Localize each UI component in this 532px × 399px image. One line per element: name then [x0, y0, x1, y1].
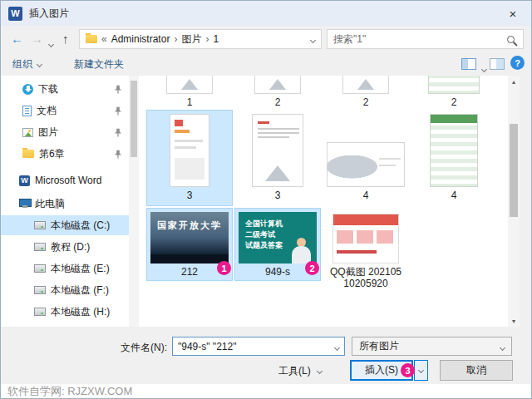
back-button[interactable]: ←: [11, 32, 23, 45]
breadcrumb-pictures[interactable]: 图片: [181, 32, 201, 47]
chevron-down-icon[interactable]: [335, 341, 339, 352]
insert-dropdown-button[interactable]: [414, 360, 428, 381]
organize-label: 组织: [12, 57, 32, 71]
file-item[interactable]: 2: [323, 76, 408, 109]
annotation-badge-3: 3: [401, 363, 415, 377]
file-thumbnail: [342, 76, 389, 94]
new-folder-button[interactable]: 新建文件夹: [74, 57, 124, 71]
file-thumbnail: 国家开放大学: [150, 212, 229, 264]
chevron-down-icon: [317, 368, 323, 374]
sidebar-item-label: 图片: [38, 126, 58, 140]
search-icon: [507, 36, 515, 43]
file-item[interactable]: 1: [147, 76, 232, 109]
file-name-label: 3: [147, 190, 232, 201]
sidebar-item-label: 本地磁盘 (H:): [51, 305, 110, 319]
sidebar-item-downloads[interactable]: 下载: [1, 79, 129, 99]
file-name-label: 1: [147, 96, 232, 108]
files-scrollbar[interactable]: ▴ ▾: [508, 76, 520, 327]
disk-icon: [34, 243, 46, 251]
disk-icon: [34, 221, 46, 229]
file-thumbnail: [430, 114, 478, 187]
file-thumbnail: [252, 114, 303, 187]
views-button[interactable]: [461, 58, 476, 70]
folder-icon: [86, 35, 97, 43]
disk-icon: [34, 308, 46, 316]
filetype-dropdown[interactable]: 所有图片: [352, 337, 512, 356]
sidebar-item-microsoft-word[interactable]: Microsoft Word: [1, 170, 129, 190]
close-button[interactable]: ×: [495, 1, 531, 26]
pin-icon: [114, 106, 122, 116]
file-item[interactable]: 2: [235, 76, 320, 109]
breadcrumb-folder-1[interactable]: 1: [213, 33, 219, 45]
cancel-button[interactable]: 取消: [440, 360, 513, 381]
up-button[interactable]: ↑: [62, 32, 69, 45]
tools-button[interactable]: 工具(L): [278, 364, 322, 378]
filename-input[interactable]: "949-s" "212": [172, 337, 345, 356]
address-dropdown-icon[interactable]: [311, 33, 315, 45]
breadcrumb-overflow[interactable]: «: [101, 33, 107, 45]
filename-label: 文件名(N):: [91, 341, 167, 355]
sidebar-item-this-pc[interactable]: 此电脑: [1, 194, 129, 214]
disk-icon: [34, 286, 46, 294]
breadcrumb-separator: ›: [174, 33, 177, 45]
filename-value[interactable]: "949-s" "212": [178, 341, 335, 352]
sidebar-item-drive-f[interactable]: 本地磁盘 (F:): [1, 280, 129, 300]
sidebar-item-drive-d[interactable]: 教程 (D:): [1, 237, 129, 257]
folder-icon: [22, 150, 34, 158]
views-dropdown-icon[interactable]: [482, 62, 486, 74]
file-item-212[interactable]: 国家开放大学 212 1: [147, 209, 232, 280]
file-name-label: 2: [323, 96, 408, 108]
scroll-up-icon[interactable]: ▴: [508, 76, 520, 87]
preview-pane-button[interactable]: [490, 58, 505, 70]
file-list: 1 2 2 2 3 3 4 4: [139, 76, 508, 327]
forward-button[interactable]: →: [31, 32, 43, 45]
file-item-qq-screenshot[interactable]: QQ截图 20210510205920: [323, 209, 408, 302]
file-item[interactable]: 3: [147, 111, 232, 205]
file-thumbnail: [254, 76, 301, 94]
file-item[interactable]: 4: [323, 111, 408, 205]
sidebar-item-pictures[interactable]: 图片: [1, 122, 129, 142]
file-item[interactable]: 4: [411, 111, 496, 205]
search-input[interactable]: 搜索"1": [333, 32, 507, 47]
file-name-label: QQ截图 20210510205920: [323, 266, 408, 289]
picture-icon: [22, 128, 33, 137]
sidebar-scrollbar[interactable]: [129, 76, 139, 327]
search-box[interactable]: 搜索"1": [327, 29, 524, 49]
sidebar-item-drive-h[interactable]: 本地磁盘 (H:): [1, 302, 129, 322]
file-item-949s[interactable]: 全国计算机 二级考试 试题及答案 949-s 2: [235, 209, 320, 280]
file-name-label: 4: [323, 190, 408, 201]
scroll-thumb[interactable]: [131, 81, 137, 157]
scroll-down-icon[interactable]: ▾: [508, 315, 520, 327]
sidebar-item-drive-c[interactable]: 本地磁盘 (C:): [1, 215, 129, 235]
sidebar-item-label: 此电脑: [35, 197, 65, 211]
word-icon: [19, 175, 30, 186]
pin-icon: [114, 128, 122, 137]
chevron-down-icon: [500, 341, 505, 352]
sidebar-item-documents[interactable]: 文档: [1, 101, 129, 121]
filetype-value: 所有图片: [359, 339, 399, 353]
computer-icon: [19, 199, 30, 209]
document-icon: [22, 106, 32, 116]
sidebar-item-label: 教程 (D:): [51, 240, 90, 254]
insert-picture-dialog: 插入图片 × ← → ↑ « Administrator › 图片 › 1 搜索…: [0, 0, 532, 399]
title-bar: 插入图片 ×: [1, 1, 531, 26]
organize-button[interactable]: 组织: [12, 57, 42, 71]
breadcrumb-administrator[interactable]: Administrator: [111, 33, 170, 45]
disk-icon: [34, 264, 46, 273]
sidebar-item-label: 下载: [38, 82, 58, 96]
address-bar[interactable]: « Administrator › 图片 › 1: [79, 29, 322, 49]
sidebar-item-label: 第6章: [39, 147, 65, 161]
sidebar-item-label: Microsoft Word: [35, 175, 101, 186]
file-name-label: 4: [411, 190, 496, 201]
recent-locations-chevron-icon[interactable]: [49, 36, 53, 48]
sidebar-item-chapter6[interactable]: 第6章: [1, 144, 129, 164]
sidebar-item-drive-e[interactable]: 本地磁盘 (E:): [1, 259, 129, 278]
sidebar-item-label: 本地磁盘 (C:): [51, 219, 110, 233]
file-item[interactable]: 2: [411, 76, 496, 109]
file-thumbnail: [166, 76, 213, 94]
file-item[interactable]: 3: [235, 111, 320, 205]
sidebar-item-label: 本地磁盘 (E:): [51, 262, 110, 276]
annotation-badge-2: 2: [305, 261, 319, 275]
scroll-thumb[interactable]: [510, 124, 518, 217]
help-button[interactable]: ?: [510, 56, 525, 70]
